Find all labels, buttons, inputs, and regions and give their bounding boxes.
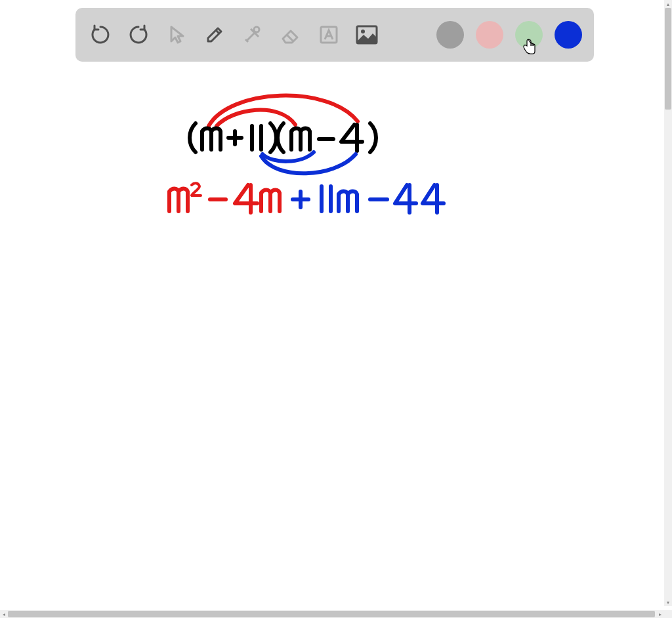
expression-line1 <box>190 123 376 152</box>
whiteboard-app <box>0 0 664 606</box>
toolbar <box>75 8 594 62</box>
scroll-down-button[interactable]: ▾ <box>664 598 672 606</box>
canvas[interactable] <box>0 66 664 604</box>
image-button[interactable] <box>354 22 380 48</box>
expansion-blue <box>293 185 444 213</box>
image-icon <box>355 24 379 45</box>
vertical-scrollbar[interactable]: ▴ ▾ <box>664 0 672 606</box>
undo-icon <box>89 24 112 46</box>
drawing-layer <box>0 66 664 604</box>
eraser-icon <box>279 23 303 47</box>
text-icon <box>318 24 340 46</box>
cursor-icon <box>166 24 187 45</box>
scrollbar-corner <box>664 610 672 618</box>
select-button[interactable] <box>163 22 190 48</box>
eraser-button[interactable] <box>278 22 304 48</box>
horizontal-scrollbar[interactable]: ◂ ▸ <box>0 610 664 618</box>
undo-button[interactable] <box>87 22 114 48</box>
svg-point-2 <box>361 30 365 33</box>
text-button[interactable] <box>316 22 342 48</box>
pen-button[interactable] <box>201 22 228 48</box>
color-pink[interactable] <box>476 21 503 49</box>
redo-icon <box>127 24 150 46</box>
vertical-scroll-thumb[interactable] <box>665 8 671 110</box>
scroll-right-button[interactable]: ▸ <box>656 610 664 618</box>
tools-button[interactable] <box>240 22 266 48</box>
foil-arcs-bottom <box>261 152 356 173</box>
color-blue[interactable] <box>555 21 582 49</box>
redo-button[interactable] <box>125 22 152 48</box>
expansion-red <box>169 183 280 213</box>
color-gray[interactable] <box>436 21 464 49</box>
horizontal-scroll-thumb[interactable] <box>8 611 655 617</box>
tools-icon <box>242 24 264 46</box>
color-green[interactable] <box>515 21 543 49</box>
scroll-left-button[interactable]: ◂ <box>0 610 8 618</box>
foil-arcs-top <box>209 96 358 126</box>
pen-icon <box>203 24 226 46</box>
scroll-up-button[interactable]: ▴ <box>664 0 672 8</box>
